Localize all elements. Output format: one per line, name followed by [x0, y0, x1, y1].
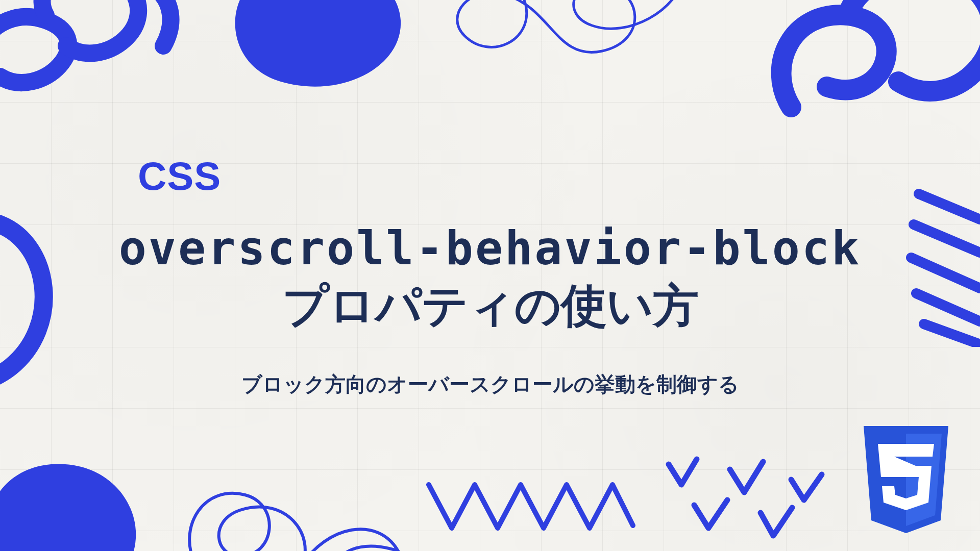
content-area: CSS overscroll-behavior-block プロパティの使い方 … [0, 0, 980, 551]
title-line-1: overscroll-behavior-block [119, 220, 862, 278]
page-subtitle: ブロック方向のオーバースクロールの挙動を制御する [241, 370, 739, 398]
slide-canvas: CSS overscroll-behavior-block プロパティの使い方 … [0, 0, 980, 551]
title-line-2: プロパティの使い方 [119, 277, 862, 335]
page-title: overscroll-behavior-block プロパティの使い方 [119, 220, 862, 335]
category-label: CSS [138, 153, 221, 199]
